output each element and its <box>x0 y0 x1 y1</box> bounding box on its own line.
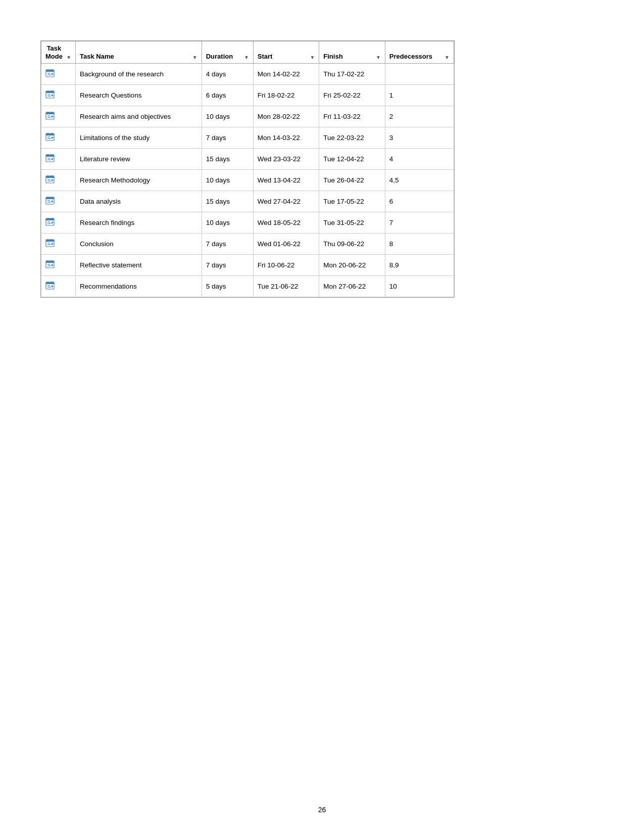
cell-task-mode <box>41 149 76 170</box>
table-row: Conclusion7 daysWed 01-06-22Thu 09-06-22… <box>41 234 454 255</box>
cell-start: Mon 14-03-22 <box>253 127 319 149</box>
cell-task-mode <box>41 127 76 149</box>
cell-task-mode <box>41 64 76 85</box>
cell-start: Wed 27-04-22 <box>253 191 319 212</box>
cell-task-mode <box>41 191 76 212</box>
table-row: Recommendations5 daysTue 21-06-22Mon 27-… <box>41 276 454 297</box>
cell-task-mode <box>41 170 76 191</box>
cell-duration: 10 days <box>202 170 253 191</box>
cell-task-mode <box>41 212 76 234</box>
cell-task-mode <box>41 106 76 127</box>
svg-rect-57 <box>46 240 54 242</box>
cell-task-mode <box>41 234 76 255</box>
col-header-finish[interactable]: Finish ▼ <box>319 41 385 64</box>
task-mode-schedule-icon <box>45 175 55 186</box>
cell-finish: Tue 31-05-22 <box>319 212 385 234</box>
task-mode-schedule-icon <box>45 111 55 122</box>
col-header-start[interactable]: Start ▼ <box>253 41 319 64</box>
table-header-row: TaskMode ▼ Task Name ▼ Duration ▼ <box>41 41 454 64</box>
cell-duration: 10 days <box>202 212 253 234</box>
cell-predecessors: 10 <box>385 276 454 297</box>
cell-duration: 6 days <box>202 85 253 106</box>
task-mode-schedule-icon <box>45 90 55 101</box>
cell-predecessors <box>385 64 454 85</box>
table-row: Research aims and objectives10 daysMon 2… <box>41 106 454 127</box>
sort-arrow-duration: ▼ <box>244 55 249 60</box>
svg-rect-36 <box>46 176 54 178</box>
table-row: Reflective statement7 daysFri 10-06-22Mo… <box>41 255 454 276</box>
cell-start: Mon 14-02-22 <box>253 64 319 85</box>
svg-rect-29 <box>46 155 54 157</box>
cell-task-name: Research Questions <box>76 85 202 106</box>
cell-predecessors: 6 <box>385 191 454 212</box>
task-mode-schedule-icon <box>45 196 55 207</box>
cell-predecessors: 4 <box>385 149 454 170</box>
svg-rect-1 <box>46 70 54 72</box>
svg-rect-64 <box>46 261 54 263</box>
cell-task-name: Research Methodology <box>76 170 202 191</box>
cell-duration: 7 days <box>202 127 253 149</box>
cell-start: Tue 21-06-22 <box>253 276 319 297</box>
task-mode-schedule-icon <box>45 69 55 79</box>
cell-task-name: Recommendations <box>76 276 202 297</box>
col-header-task-mode[interactable]: TaskMode ▼ <box>41 41 76 64</box>
cell-duration: 7 days <box>202 234 253 255</box>
cell-duration: 7 days <box>202 255 253 276</box>
svg-rect-8 <box>46 91 54 93</box>
svg-rect-71 <box>46 282 54 284</box>
cell-finish: Thu 09-06-22 <box>319 234 385 255</box>
table-row: Limitations of the study7 daysMon 14-03-… <box>41 127 454 149</box>
cell-predecessors: 4,5 <box>385 170 454 191</box>
page-container: TaskMode ▼ Task Name ▼ Duration ▼ <box>0 0 644 834</box>
col-header-predecessors[interactable]: Predecessors ▼ <box>385 41 454 64</box>
cell-finish: Mon 27-06-22 <box>319 276 385 297</box>
cell-task-mode <box>41 276 76 297</box>
cell-finish: Fri 25-02-22 <box>319 85 385 106</box>
cell-finish: Tue 17-05-22 <box>319 191 385 212</box>
task-mode-schedule-icon <box>45 217 55 228</box>
cell-task-name: Conclusion <box>76 234 202 255</box>
cell-task-mode <box>41 85 76 106</box>
task-mode-schedule-icon <box>45 239 55 249</box>
cell-task-name: Background of the research <box>76 64 202 85</box>
col-header-duration[interactable]: Duration ▼ <box>202 41 253 64</box>
table-row: Data analysis15 daysWed 27-04-22Tue 17-0… <box>41 191 454 212</box>
cell-task-mode <box>41 255 76 276</box>
cell-start: Wed 13-04-22 <box>253 170 319 191</box>
page-number: 26 <box>318 806 326 814</box>
cell-task-name: Limitations of the study <box>76 127 202 149</box>
col-header-task-name[interactable]: Task Name ▼ <box>76 41 202 64</box>
cell-finish: Tue 22-03-22 <box>319 127 385 149</box>
sort-arrow-task-name: ▼ <box>192 55 197 60</box>
cell-duration: 5 days <box>202 276 253 297</box>
table-row: Research findings10 daysWed 18-05-22Tue … <box>41 212 454 234</box>
cell-task-name: Research findings <box>76 212 202 234</box>
svg-rect-15 <box>46 112 54 114</box>
cell-start: Wed 01-06-22 <box>253 234 319 255</box>
cell-predecessors: 2 <box>385 106 454 127</box>
cell-predecessors: 7 <box>385 212 454 234</box>
table-row: Literature review15 daysWed 23-03-22Tue … <box>41 149 454 170</box>
cell-duration: 4 days <box>202 64 253 85</box>
sort-arrow-finish: ▼ <box>376 55 381 60</box>
sort-arrow-task-mode: ▼ <box>66 55 71 60</box>
cell-task-name: Research aims and objectives <box>76 106 202 127</box>
task-mode-schedule-icon <box>45 281 55 292</box>
sort-arrow-predecessors: ▼ <box>444 55 450 60</box>
task-mode-schedule-icon <box>45 260 55 270</box>
cell-start: Fri 18-02-22 <box>253 85 319 106</box>
cell-start: Fri 10-06-22 <box>253 255 319 276</box>
sort-arrow-start: ▼ <box>310 55 315 60</box>
cell-duration: 15 days <box>202 191 253 212</box>
cell-predecessors: 8,9 <box>385 255 454 276</box>
cell-finish: Fri 11-03-22 <box>319 106 385 127</box>
cell-finish: Thu 17-02-22 <box>319 64 385 85</box>
cell-start: Wed 23-03-22 <box>253 149 319 170</box>
cell-predecessors: 8 <box>385 234 454 255</box>
task-mode-schedule-icon <box>45 154 55 164</box>
cell-duration: 10 days <box>202 106 253 127</box>
cell-finish: Mon 20-06-22 <box>319 255 385 276</box>
cell-task-name: Data analysis <box>76 191 202 212</box>
cell-finish: Tue 12-04-22 <box>319 149 385 170</box>
table-row: Research Methodology10 daysWed 13-04-22T… <box>41 170 454 191</box>
